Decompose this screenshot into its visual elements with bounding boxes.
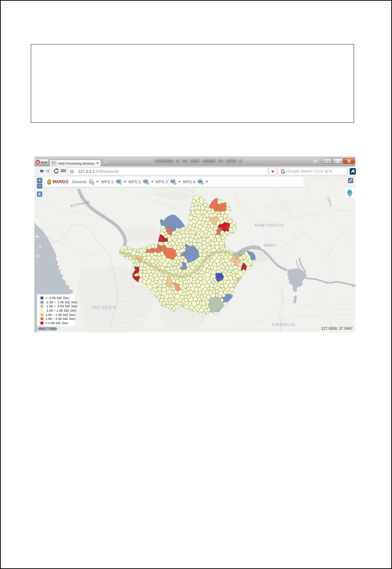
menu-general[interactable]: General: bbox=[72, 176, 99, 187]
layers-control[interactable] bbox=[345, 188, 354, 197]
browser-tab[interactable]: Web Processing Services × bbox=[49, 160, 101, 166]
label-yang: YANG bbox=[351, 284, 355, 288]
restore-button[interactable] bbox=[333, 158, 343, 164]
legend-swatch bbox=[40, 309, 43, 312]
url-separator bbox=[76, 169, 76, 174]
dropdown-caret-icon bbox=[96, 181, 99, 182]
legend-swatch bbox=[40, 313, 43, 316]
mango-logo-subtext: S Y S T E M bbox=[53, 183, 68, 185]
menu-wps-2[interactable]: WPS 2: bbox=[128, 176, 153, 187]
legend-row: -1.96 ~ -1.65 Std. Dev. bbox=[40, 304, 75, 308]
tab-title: Web Processing Services bbox=[58, 161, 95, 165]
legend-row: 1.65 ~ 1.96 Std. Dev. bbox=[40, 313, 75, 317]
layers-icon bbox=[345, 188, 354, 197]
label-kwangju: KWANGJU bbox=[272, 322, 295, 327]
cube-add-icon bbox=[143, 179, 149, 185]
scale-bar-label: 5 km bbox=[38, 327, 57, 331]
database-add-icon bbox=[89, 179, 95, 185]
menu-lines-icon bbox=[46, 161, 47, 163]
mouse-position: 127.0658, 37.5497 bbox=[321, 326, 353, 331]
legend-row: < -2.58 Std. Dev. bbox=[40, 296, 75, 300]
dropdown-caret-icon bbox=[124, 181, 126, 182]
document-page: 메뉴 Web Processing Services × + bbox=[0, 0, 392, 569]
address-bar[interactable]: 127.0.0.1:8080/wpsol3/ bbox=[67, 167, 268, 175]
wps-toolbar: MANGO S Y S T E M General: WPS 1: bbox=[43, 176, 303, 187]
empty-note-box bbox=[31, 44, 354, 123]
legend-label: 1.65 ~ 1.96 Std. Dev. bbox=[46, 313, 76, 317]
zoom-control: + − bbox=[36, 177, 43, 189]
speed-dial-button[interactable] bbox=[60, 168, 67, 174]
cube-add-icon bbox=[116, 179, 122, 185]
swing-browser-icon[interactable] bbox=[350, 168, 356, 175]
dropdown-caret-icon bbox=[178, 181, 181, 182]
minimize-button[interactable] bbox=[322, 158, 332, 164]
map-viewport[interactable]: 한강 (Hangang) 한강 (Hangang) NAMYANGJU WABU… bbox=[34, 176, 355, 332]
browser-logo-icon bbox=[35, 160, 40, 164]
new-tab-button[interactable]: + bbox=[103, 160, 109, 166]
label-wabu: WABU bbox=[264, 243, 277, 247]
browser-navbar: 127.0.0.1:8080/wpsol3/ ♥ Google Search (… bbox=[34, 166, 355, 176]
blurred-window-title bbox=[155, 159, 249, 163]
legend-label: 1.96 ~ 2.58 Std. Dev. bbox=[46, 317, 76, 321]
menu-wps-4[interactable]: WPS 4: bbox=[183, 176, 208, 187]
mango-brand: MANGO S Y S T E M bbox=[47, 179, 72, 186]
back-button[interactable] bbox=[38, 168, 44, 174]
legend-label: < -2.58 Std. Dev. bbox=[46, 296, 70, 300]
legend-swatch bbox=[40, 305, 43, 308]
legend-row: -2.58 ~ -1.96 Std. Dev. bbox=[40, 300, 75, 304]
tab-close-icon[interactable]: × bbox=[96, 161, 99, 165]
cube-add-icon bbox=[170, 179, 177, 185]
legend-swatch bbox=[40, 317, 43, 320]
label-incheon: INCHEON bbox=[92, 305, 116, 310]
browser-titlebar: 메뉴 Web Processing Services × + bbox=[34, 156, 355, 166]
legend-label: -1.65 ~ 1.65 Std. Dev. bbox=[46, 309, 77, 312]
legend-label: -1.96 ~ -1.65 Std. Dev. bbox=[46, 304, 78, 308]
legend-swatch bbox=[40, 301, 43, 304]
google-search-box[interactable]: Google Search (으)로 검색 bbox=[278, 167, 348, 175]
legend-row: 1.96 ~ 2.58 Std. Dev. bbox=[40, 317, 75, 321]
dropdown-caret-icon bbox=[151, 181, 153, 182]
extent-control: E bbox=[36, 191, 43, 198]
zoom-in-button[interactable]: + bbox=[37, 178, 42, 183]
search-placeholder: Google Search (으)로 검색 bbox=[287, 169, 332, 174]
legend-label: > 2.58 Std. Dev. bbox=[46, 321, 68, 325]
url-text: 127.0.0.1:8080/wpsol3/ bbox=[78, 169, 119, 174]
legend-row: -1.65 ~ 1.65 Std. Dev. bbox=[40, 308, 75, 313]
zoom-extent-button[interactable]: E bbox=[37, 191, 42, 197]
legend-label: -2.58 ~ -1.96 Std. Dev. bbox=[46, 300, 78, 304]
legend-row: > 2.58 Std. Dev. bbox=[40, 321, 75, 325]
map-legend: < -2.58 Std. Dev. -2.58 ~ -1.96 Std. Dev… bbox=[37, 294, 75, 326]
tab-favicon bbox=[52, 161, 56, 166]
map-canvas[interactable]: 한강 (Hangang) 한강 (Hangang) NAMYANGJU WABU… bbox=[34, 176, 355, 332]
fullscreen-button[interactable] bbox=[348, 178, 353, 183]
dropdown-caret-icon bbox=[206, 181, 208, 182]
forward-button[interactable] bbox=[45, 168, 52, 174]
refresh-button[interactable] bbox=[53, 168, 59, 174]
scale-bar: 5 km bbox=[37, 326, 58, 331]
mango-logo-icon bbox=[47, 179, 52, 185]
globe-icon bbox=[70, 169, 74, 174]
zoom-out-button[interactable]: − bbox=[37, 184, 42, 189]
legend-swatch bbox=[40, 322, 43, 324]
heart-icon: ♥ bbox=[271, 169, 274, 174]
legend-swatch bbox=[40, 297, 43, 299]
browser-window: 메뉴 Web Processing Services × + bbox=[34, 156, 355, 332]
label-namyangju: NAMYANGJU bbox=[254, 223, 284, 227]
fullscreen-control bbox=[347, 177, 354, 184]
menu-wps-1[interactable]: WPS 1: bbox=[101, 176, 126, 187]
cube-add-icon bbox=[197, 179, 204, 185]
quick-menu-icon[interactable] bbox=[313, 160, 318, 163]
bookmark-button[interactable]: ♥ bbox=[269, 167, 277, 175]
menu-wps-3[interactable]: WPS 3: bbox=[156, 176, 181, 187]
close-button[interactable] bbox=[343, 158, 355, 164]
google-g-icon bbox=[281, 169, 285, 174]
browser-menu-button[interactable]: 메뉴 bbox=[35, 159, 49, 165]
